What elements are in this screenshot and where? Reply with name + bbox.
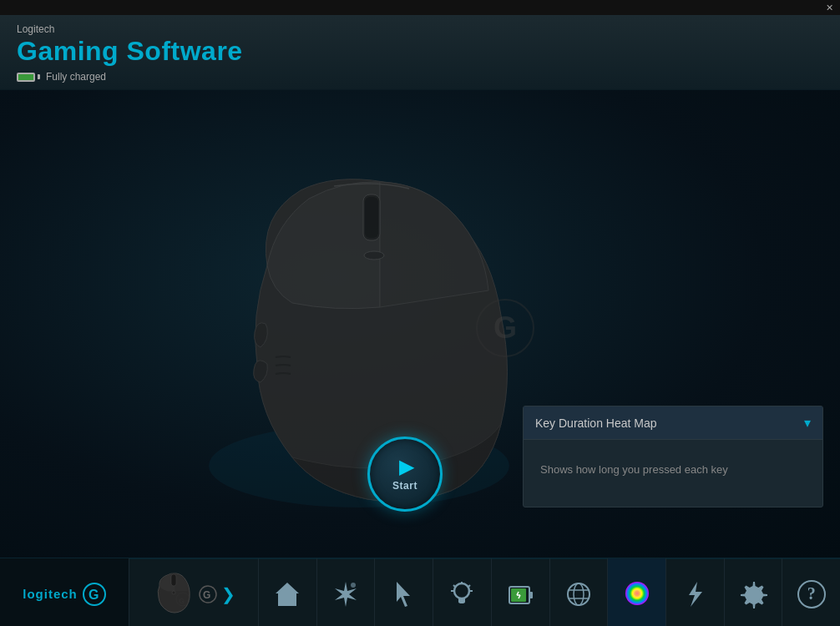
- battery-status: Fully charged: [46, 71, 106, 83]
- brand-label: Logitech: [17, 23, 823, 35]
- svg-rect-15: [283, 598, 291, 606]
- toolbar-heatmap-btn[interactable]: [608, 558, 666, 626]
- device-forward-arrow[interactable]: ❯: [221, 584, 235, 604]
- page-title: Gaming Software: [17, 37, 823, 66]
- toolbar-icons: ?: [259, 558, 840, 626]
- battery-tip: [38, 74, 40, 79]
- start-button[interactable]: ▶ Start: [367, 437, 443, 512]
- svg-text:G: G: [89, 588, 99, 602]
- toolbar-dpi-btn[interactable]: [550, 558, 609, 626]
- svg-rect-8: [171, 574, 176, 586]
- title-bar: ✕: [0, 0, 840, 15]
- toolbar-settings-btn[interactable]: [725, 558, 783, 626]
- svg-rect-2: [365, 197, 378, 238]
- main-area: G G ▶ Start Key Duration Heat Map ▾ Show…: [0, 90, 840, 558]
- start-label: Start: [392, 480, 417, 492]
- close-button[interactable]: ✕: [822, 1, 837, 14]
- toolbar-help-btn[interactable]: ?: [782, 558, 840, 626]
- help-text: ?: [807, 584, 816, 603]
- pointer-icon: [388, 578, 420, 610]
- svg-point-17: [454, 583, 469, 598]
- svg-text:G: G: [203, 589, 210, 601]
- battery-row: Fully charged: [17, 71, 823, 83]
- sparkle-icon: [330, 578, 362, 610]
- device-g-badge: G: [199, 585, 217, 603]
- chevron-down-icon: ▾: [804, 415, 811, 431]
- thunder-icon: [679, 578, 711, 610]
- battery-large-icon: [504, 578, 536, 610]
- gear-large-icon: [737, 578, 769, 610]
- heatmap-panel: Key Duration Heat Map ▾ Shows how long y…: [523, 406, 823, 507]
- toolbar-home-btn[interactable]: [259, 558, 317, 626]
- dropdown-description: Shows how long you pressed each key: [524, 440, 822, 507]
- svg-point-16: [351, 583, 356, 588]
- svg-point-34: [633, 589, 641, 598]
- toolbar-customize-btn[interactable]: [317, 558, 376, 626]
- logitech-brand-section: logitech G: [0, 558, 129, 626]
- g-logo-overlay: G: [476, 299, 534, 357]
- battery-body: [17, 73, 35, 82]
- svg-point-30: [574, 583, 584, 605]
- dropdown-select[interactable]: Key Duration Heat Map ▾: [524, 406, 822, 440]
- dropdown-selected-value: Key Duration Heat Map: [535, 416, 657, 430]
- bulb-icon: [446, 578, 478, 610]
- brand-logo: logitech G: [23, 583, 106, 606]
- toolbar-pointer-btn[interactable]: [375, 558, 433, 626]
- play-icon: ▶: [399, 457, 414, 477]
- bottom-toolbar: logitech G G G ❯: [0, 558, 840, 626]
- brand-text: logitech: [23, 587, 78, 601]
- help-circle: ?: [797, 580, 826, 608]
- svg-rect-24: [529, 592, 533, 598]
- home-icon: [271, 578, 303, 610]
- device-mouse-icon: G: [153, 569, 195, 619]
- svg-text:G: G: [179, 597, 185, 605]
- toolbar-lighting-btn[interactable]: [433, 558, 492, 626]
- svg-line-21: [453, 585, 455, 587]
- app-header: Logitech Gaming Software Fully charged: [0, 15, 840, 90]
- battery-icon: [17, 73, 40, 82]
- svg-line-19: [468, 585, 470, 587]
- svg-point-9: [172, 591, 175, 594]
- svg-point-29: [568, 583, 590, 605]
- toolbar-reports-btn[interactable]: [666, 558, 725, 626]
- toolbar-battery-btn[interactable]: [492, 558, 550, 626]
- globe-icon: [563, 578, 595, 610]
- device-section: G G ❯: [129, 558, 259, 626]
- heatmap-color-icon: [621, 578, 653, 609]
- svg-point-3: [364, 251, 384, 260]
- logitech-g-icon: G: [83, 583, 106, 606]
